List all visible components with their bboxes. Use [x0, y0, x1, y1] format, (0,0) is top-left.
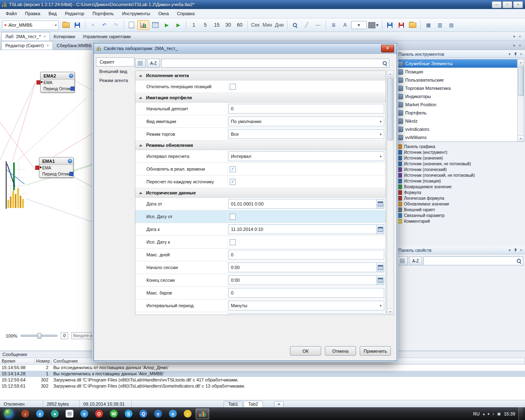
text-field[interactable]: 0	[228, 288, 384, 298]
toolbox-category[interactable]: Торговая Математика	[397, 84, 524, 92]
taskbar-app-whatsapp[interactable]: W	[107, 409, 121, 419]
menu-item[interactable]: Файл	[2, 10, 21, 17]
checkbox[interactable]	[230, 239, 236, 245]
tabstrip-chevron-down-icon[interactable]: ▾	[513, 43, 515, 48]
zoom-slider-thumb[interactable]	[37, 333, 41, 339]
undo-button[interactable]: ↶	[99, 21, 110, 30]
calendar-button[interactable]	[377, 276, 384, 285]
script-block-ema1[interactable]: EMA1▾EMAПериод Оптим.	[39, 157, 73, 178]
optimization-button[interactable]	[150, 21, 161, 30]
dropdown-field[interactable]: Минуты▾	[228, 301, 384, 310]
taskbar-app-skype[interactable]: S	[122, 409, 135, 419]
menu-item[interactable]: Редактор	[61, 10, 88, 17]
document-tab[interactable]: Управление скриптами	[79, 32, 134, 41]
message-row[interactable]: 15:12:59.64302Загружена dll 'C:\Program …	[0, 377, 525, 383]
document-tab[interactable]: Лаб: 2МА_тест_*×	[1, 32, 50, 41]
date-field[interactable]: 0:00	[228, 262, 384, 272]
property-section-header[interactable]: Исполнение агента	[135, 71, 386, 80]
block-menu-icon[interactable]: ▾	[69, 73, 73, 78]
taskbar-app-tslab[interactable]	[196, 409, 209, 419]
toolbox-category[interactable]: Портфель	[397, 109, 524, 117]
add-tab-button[interactable]: +	[274, 401, 284, 408]
minimize-button[interactable]: —	[492, 1, 502, 8]
property-section-header[interactable]: Исторические данные	[135, 188, 386, 198]
toolbox-element[interactable]: Источник (позиция)	[397, 178, 523, 184]
dropdown-field[interactable]: По умолчанию▾	[228, 116, 384, 126]
dropdown-field[interactable]: Все▾	[228, 129, 384, 139]
column-time[interactable]: Время	[0, 358, 34, 364]
message-row[interactable]: 15:14:14.281Вы подключились к поставщику…	[0, 371, 525, 377]
ok-button[interactable]: ОК	[290, 346, 321, 356]
taskbar-app-media[interactable]: ♪	[18, 409, 32, 419]
menu-item[interactable]: Справка	[173, 10, 199, 17]
taskbar-app-ie-2[interactable]: e	[78, 409, 91, 419]
chevron-down-icon[interactable]: ▾	[509, 248, 511, 252]
taskbar-app-chat[interactable]: ●	[48, 409, 62, 419]
text-field[interactable]: 0	[228, 250, 384, 260]
toolbox-element[interactable]: Внешний скрипт	[397, 207, 523, 212]
dialog-nav-item[interactable]: Режим агента	[96, 76, 135, 84]
calendar-button[interactable]	[377, 199, 384, 208]
window-close-button[interactable]: ×	[513, 1, 523, 8]
save-all-button[interactable]	[384, 21, 395, 30]
toolbox-element[interactable]: Источник (значения, не потоковый)	[397, 161, 523, 167]
chart-button[interactable]	[137, 20, 149, 30]
dropdown-field[interactable]: Интервал▾	[228, 151, 384, 161]
clock[interactable]: 15:39	[504, 411, 515, 416]
document-tab[interactable]: Котировки	[50, 32, 79, 41]
open-button[interactable]	[60, 21, 71, 30]
toolbox-category[interactable]: Market Position	[397, 100, 524, 109]
dialog-nav-item[interactable]: Внешний вид	[96, 67, 135, 75]
toolbox-element[interactable]: Логическая формула	[397, 195, 523, 201]
dialog-close-button[interactable]: ×	[381, 45, 394, 52]
scrollbar-thumb[interactable]	[388, 78, 393, 140]
output-port[interactable]	[71, 87, 75, 91]
timeframe-15-button[interactable]: 15	[211, 21, 222, 30]
block-menu-icon[interactable]: ▾	[68, 159, 72, 163]
line-tool-button[interactable]: ╱	[301, 21, 312, 30]
dropdown-arrow-icon[interactable]: ▾	[377, 155, 384, 158]
instrument-combo[interactable]: × Alor_ММВБ ▾	[2, 21, 59, 30]
layout-grid-button[interactable]: ▦	[423, 21, 434, 30]
toolbox-element[interactable]: Источник (инструмент)	[397, 149, 523, 155]
dropdown-arrow-icon[interactable]: ▾	[377, 132, 384, 136]
save-button[interactable]	[72, 21, 83, 30]
status-tab-tab2[interactable]: Tab2	[244, 401, 263, 408]
checkbox[interactable]: ✓	[230, 166, 236, 172]
toolbox-category[interactable]: vvIndicators	[397, 125, 524, 133]
script-properties-button[interactable]	[126, 21, 137, 30]
view-tab[interactable]: Сбербанк:ММВБ	[53, 41, 95, 50]
tray-network-icon[interactable]: ▣	[497, 412, 501, 416]
zoom-button[interactable]	[290, 21, 301, 30]
unit-days-button[interactable]: Дни	[274, 21, 285, 30]
dialog-search-input[interactable]	[162, 60, 382, 66]
toolbox-element[interactable]: Обновляемое значение	[397, 201, 523, 207]
timeframe-60-button[interactable]: 60	[234, 21, 245, 30]
date-field[interactable]: 01.01.0001 0:00	[228, 199, 384, 209]
scroll-down-icon[interactable]: ▾	[518, 135, 524, 142]
tray-chevron-up-icon[interactable]: ▴	[483, 412, 485, 416]
scroll-down-icon[interactable]: ▾	[388, 308, 393, 315]
cancel-button[interactable]: Отмена	[325, 346, 356, 356]
toolbox-element[interactable]: Комментарий	[397, 218, 523, 224]
run-button[interactable]: ▶	[161, 21, 172, 30]
delete-button[interactable]: ×	[87, 21, 98, 30]
text-field[interactable]: 5	[228, 313, 384, 315]
script-block-ema2[interactable]: EMA2▾EMAПериод Оптим.	[40, 72, 75, 92]
save-special-button[interactable]	[396, 21, 407, 30]
dropdown-arrow-icon[interactable]: ▾	[377, 304, 384, 308]
scroll-up-icon[interactable]: ▴	[388, 71, 393, 77]
taskbar-app-ie-1[interactable]: e	[33, 409, 47, 419]
apply-button[interactable]: Применить	[360, 346, 391, 356]
color-dropdown[interactable]: ▾	[367, 21, 380, 30]
props-search-input[interactable]	[425, 258, 516, 264]
show-desktop-button[interactable]	[518, 407, 523, 420]
tab-close-icon[interactable]: ×	[47, 43, 49, 48]
input-port[interactable]	[35, 166, 39, 170]
message-row[interactable]: 15:14:55.982Вы отсоединились от поставщи…	[0, 365, 525, 371]
props-sort-az-button[interactable]: A-Z	[409, 256, 422, 265]
sort-az-button[interactable]: A-Z	[147, 59, 160, 68]
font-button[interactable]: A	[340, 21, 351, 30]
dialog-scrollbar[interactable]: ▴ ▾	[387, 71, 394, 315]
unit-seconds-button[interactable]: Сек	[250, 21, 261, 30]
